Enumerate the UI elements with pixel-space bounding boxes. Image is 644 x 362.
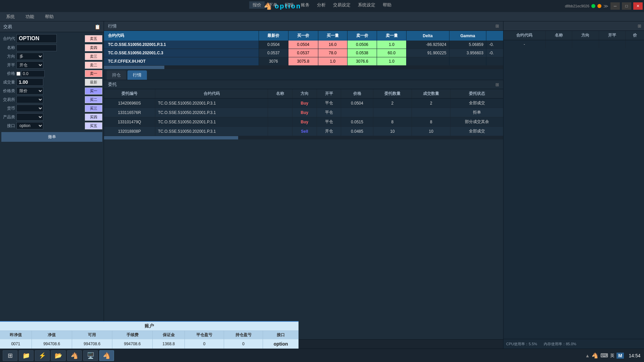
minimize-button[interactable]: ─ xyxy=(610,2,620,10)
buy4-btn[interactable]: 买四 xyxy=(85,114,102,121)
side-panel-expand[interactable]: ⊞ xyxy=(638,23,641,28)
order-cell-status: 全部成交 xyxy=(450,99,503,108)
sell3-btn[interactable]: 卖三 xyxy=(85,53,102,60)
side-col-direction: 方向 xyxy=(572,31,599,40)
status-circle-green xyxy=(591,4,595,8)
order-row[interactable]: 133101479Q TC.O.SSE.510050.202001.P.3.1 … xyxy=(104,117,503,127)
order-cell-code: TC.O.SSE.510050.202001.P.3.1 xyxy=(155,99,268,108)
order-cell-direction: Buy xyxy=(292,99,317,108)
market-cell-delta: -86.925924 xyxy=(406,41,449,49)
order-col-openclose: 开平 xyxy=(317,89,341,99)
price-input[interactable] xyxy=(21,70,45,77)
tabs-bar: 持仓 行情 xyxy=(104,69,503,80)
menu-fenxi[interactable]: 分析 xyxy=(314,1,329,9)
clock-display: 14:54 xyxy=(628,353,641,358)
col-header-sellprice: 卖一价 xyxy=(347,31,377,41)
cpu-usage: CPU使用率：5.5% xyxy=(506,342,537,346)
buy3-btn[interactable]: 买三 xyxy=(85,105,102,112)
order-row[interactable]: 133116576R TC.O.SSE.510050.202001.P.3.1 … xyxy=(104,108,503,117)
order-cell-tradeqty: 8 xyxy=(412,117,450,127)
menu-help[interactable]: 帮助 xyxy=(43,13,56,20)
panel-icon[interactable]: 📋 xyxy=(95,24,100,29)
sell2-btn[interactable]: 卖二 xyxy=(85,62,102,69)
producttype-select[interactable] xyxy=(16,113,43,121)
taskbar-icon-folder[interactable]: 📁 xyxy=(19,350,34,361)
side-col-name: 名称 xyxy=(545,31,572,40)
buy1-btn[interactable]: 买一 xyxy=(85,87,102,95)
order-cell-price: 0.0515 xyxy=(341,117,373,127)
order-cell-name xyxy=(268,127,292,136)
taskbar-icon-terminal[interactable]: ⚡ xyxy=(35,350,50,361)
col-header-sellqty: 卖一量 xyxy=(377,31,406,41)
order-row[interactable]: 134206960S TC.O.SSE.510050.202001.P.3.1 … xyxy=(104,99,503,108)
menu-baojia[interactable]: 报价 xyxy=(249,1,265,9)
market-expand-icon[interactable]: ⊞ xyxy=(495,23,499,28)
expand-icon[interactable]: ≫ xyxy=(603,3,608,9)
tray-ime-label[interactable]: M xyxy=(616,353,624,359)
sell5-btn[interactable]: 卖五 xyxy=(85,35,102,42)
menu-zhangwu[interactable]: 账务 xyxy=(298,1,313,9)
market-cell-lastprice: 0.0537 xyxy=(259,49,288,57)
maximize-button[interactable]: □ xyxy=(622,2,631,10)
market-row[interactable]: TC.F.CFFEX.IH.HOT 3076 3075.8 1.0 3076.6… xyxy=(104,57,503,66)
tray-expand-icon[interactable]: ▲ xyxy=(585,353,590,358)
start-button[interactable]: ⊞ xyxy=(3,350,17,361)
label-currency: 货币 xyxy=(1,106,16,111)
label-direction: 方向 xyxy=(1,54,16,59)
tray-keyboard-icon[interactable]: ⌨ xyxy=(600,352,608,359)
sell1-btn[interactable]: 卖一 xyxy=(85,70,102,77)
taskbar-icon-files[interactable]: 📂 xyxy=(51,350,66,361)
market-row[interactable]: TC.O.SSE.510050.202001.C.3 0.0537 0.0537… xyxy=(104,49,503,57)
pricetype-select[interactable]: 限价 市价 xyxy=(16,87,43,95)
order-expand-icon[interactable]: ⊞ xyxy=(495,82,499,87)
market-cell-buyqty: 78.0 xyxy=(318,49,347,57)
market-cell-sellqty: 1.0 xyxy=(377,41,406,49)
menu-huibao[interactable]: 回报 xyxy=(281,1,297,9)
tray-app-icon[interactable]: 🐴 xyxy=(592,352,598,359)
market-cell-sellprice: 0.0506 xyxy=(347,41,377,49)
order-cell-code: TC.O.SSE.510050.202001.P.3.1 xyxy=(155,108,268,117)
order-cell-status: 拒单 xyxy=(450,108,503,117)
market-cell-extra xyxy=(486,57,503,66)
direction-select[interactable]: 多 空 xyxy=(16,53,43,60)
cancel-orders-button[interactable]: 撤单 xyxy=(1,132,102,142)
currency-select[interactable] xyxy=(16,105,43,112)
col-header-buyprice: 买一价 xyxy=(288,31,318,41)
sell4-btn[interactable]: 卖四 xyxy=(85,44,102,51)
menu-function[interactable]: 功能 xyxy=(23,13,36,20)
menu-jiaoyisheding[interactable]: 交易设定 xyxy=(330,1,354,9)
market-cell-gamma: 5.06859 xyxy=(449,41,486,49)
order-row[interactable]: 132018808P TC.O.SSE.510050.202001.P.3.1 … xyxy=(104,127,503,136)
left-panel: 交易 📋 合约代 OPTION 卖五 名称 卖四 xyxy=(0,21,104,349)
menu-xitongsheding[interactable]: 系统设定 xyxy=(355,1,379,9)
close-button[interactable]: ✕ xyxy=(633,2,643,10)
tray-lang-label[interactable]: 英 xyxy=(610,353,614,359)
taskbar-icon-app1[interactable]: 🐴 xyxy=(67,350,82,361)
taskbar-icon-app2[interactable]: 🖥️ xyxy=(83,350,98,361)
menu-system[interactable]: 系统 xyxy=(4,13,17,20)
market-title: 行情 xyxy=(108,23,117,29)
taskbar-icon-app3[interactable]: 🐴 xyxy=(99,350,114,361)
order-col-direction: 方向 xyxy=(292,89,317,99)
interface-select[interactable]: option xyxy=(16,122,43,129)
tab-holdings[interactable]: 持仓 xyxy=(107,70,126,80)
menu-bangzhu[interactable]: 帮助 xyxy=(379,1,395,9)
market-cell-sellqty: 60.0 xyxy=(377,49,406,57)
market-cell-lastprice: 0.0504 xyxy=(259,41,288,49)
buy5-btn[interactable]: 买五 xyxy=(85,122,102,129)
menu-xiadan[interactable]: 下单 xyxy=(265,1,281,9)
side-col-openclose: 开平 xyxy=(599,31,626,40)
buy2-btn[interactable]: 买二 xyxy=(85,96,102,103)
side-col-code: 合约代码 xyxy=(503,31,545,40)
acc-val-netvalue: 994708.6 xyxy=(32,339,72,349)
right-side-panel: ⊞ 合约代码 名称 方向 开平 价 - xyxy=(503,21,644,349)
name-input[interactable] xyxy=(16,45,57,51)
tab-market[interactable]: 行情 xyxy=(127,70,147,80)
price-checkbox[interactable] xyxy=(16,72,20,76)
exchange-select[interactable] xyxy=(16,96,43,103)
label-interface: 接口 xyxy=(1,123,16,129)
openclose-select[interactable]: 开仓 平仓 xyxy=(16,61,43,69)
order-cell-price xyxy=(341,108,373,117)
market-row[interactable]: TC.O.SSE.510050.202001.P.3.1 0.0504 0.05… xyxy=(104,41,503,49)
order-table-container: 委托编号 合约代码 名称 方向 开平 价格 委托数量 成交数量 委托状态 1 xyxy=(104,89,503,339)
